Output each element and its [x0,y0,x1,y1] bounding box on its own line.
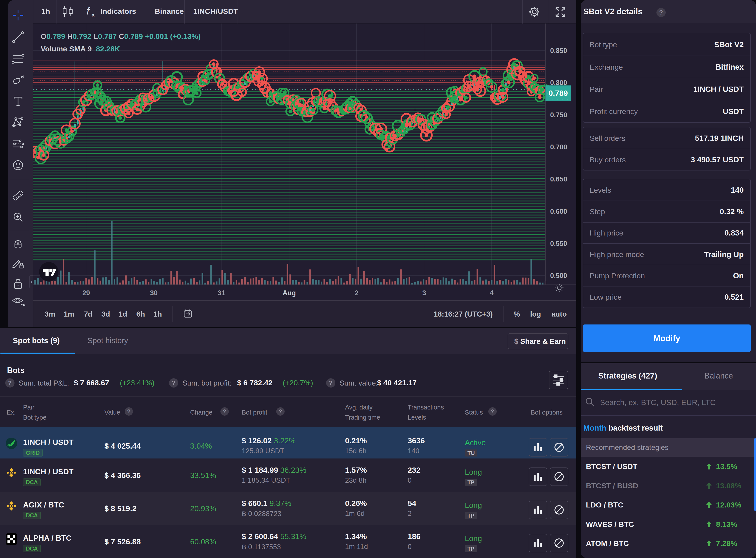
svg-text:0.500: 0.500 [550,272,567,279]
svg-text:29: 29 [82,289,90,297]
svg-text:O0.789 H0.792 L0.787 C0.789 +0: O0.789 H0.792 L0.787 C0.789 +0.001 (+0.1… [41,32,201,41]
svg-text:0.850: 0.850 [550,47,567,54]
svg-text:0.550: 0.550 [550,240,567,247]
svg-text:0.600: 0.600 [550,208,567,215]
svg-text:x: x [92,11,95,18]
svg-text:0.700: 0.700 [550,143,567,151]
svg-text:6h: 6h [136,310,145,318]
svg-text:2: 2 [354,289,358,297]
svg-text:log: log [530,310,541,318]
svg-text:0.789: 0.789 [549,89,568,97]
svg-text:18:16:27 (UTC+3): 18:16:27 (UTC+3) [434,310,493,318]
svg-text:0.750: 0.750 [550,111,567,119]
svg-text:3d: 3d [101,310,110,318]
svg-text:4: 4 [489,289,494,297]
svg-text:31: 31 [218,289,225,297]
svg-text:30: 30 [150,289,157,297]
svg-text:3m: 3m [44,310,55,318]
svg-text:Volume SMA 9 82.28K: Volume SMA 9 82.28K [41,45,120,53]
svg-text:Aug: Aug [283,289,296,297]
svg-text:%: % [513,310,520,318]
svg-text:auto: auto [551,310,567,318]
svg-text:7d: 7d [84,310,93,318]
svg-text:0.650: 0.650 [550,175,567,183]
svg-text:1m: 1m [64,310,74,318]
svg-text:f: f [86,5,90,17]
svg-text:3: 3 [422,289,426,297]
svg-text:1h: 1h [153,310,162,318]
svg-text:1d: 1d [119,310,127,318]
